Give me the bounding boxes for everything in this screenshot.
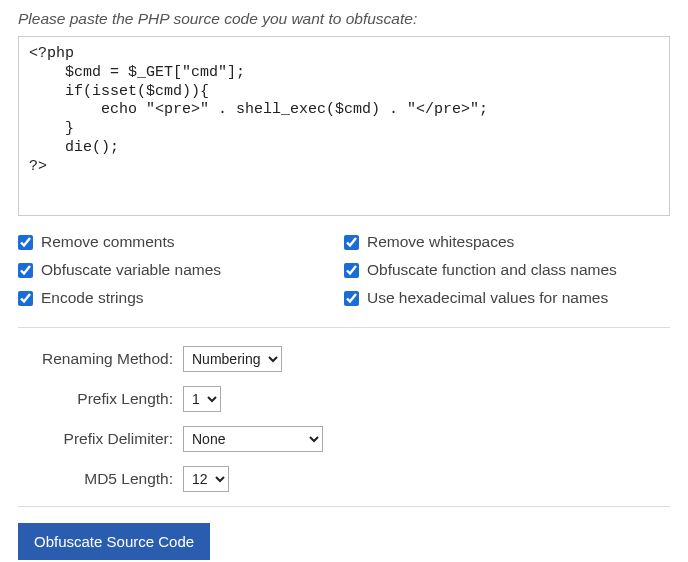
obfuscate-function-class-names-label: Obfuscate function and class names — [367, 261, 617, 279]
option-use-hex-values: Use hexadecimal values for names — [344, 289, 670, 307]
divider-2 — [18, 506, 670, 507]
prefix-delimiter-label: Prefix Delimiter: — [18, 430, 183, 448]
encode-strings-checkbox[interactable] — [18, 291, 33, 306]
use-hex-values-label: Use hexadecimal values for names — [367, 289, 608, 307]
use-hex-values-checkbox[interactable] — [344, 291, 359, 306]
remove-comments-label: Remove comments — [41, 233, 175, 251]
md5-length-row: MD5 Length: 12 — [18, 466, 670, 492]
obfuscate-button[interactable]: Obfuscate Source Code — [18, 523, 210, 560]
obfuscate-function-class-names-checkbox[interactable] — [344, 263, 359, 278]
options-container: Remove commentsObfuscate variable namesE… — [18, 233, 670, 317]
instruction-text: Please paste the PHP source code you wan… — [18, 10, 670, 28]
md5-length-select[interactable]: 12 — [183, 466, 229, 492]
option-encode-strings: Encode strings — [18, 289, 344, 307]
remove-whitespaces-checkbox[interactable] — [344, 235, 359, 250]
source-code-input[interactable] — [18, 36, 670, 216]
prefix-length-row: Prefix Length: 1 — [18, 386, 670, 412]
obfuscate-variable-names-checkbox[interactable] — [18, 263, 33, 278]
options-col-2: Remove whitespacesObfuscate function and… — [344, 233, 670, 317]
renaming-method-select[interactable]: Numbering — [183, 346, 282, 372]
remove-whitespaces-label: Remove whitespaces — [367, 233, 514, 251]
prefix-delimiter-row: Prefix Delimiter: None — [18, 426, 670, 452]
remove-comments-checkbox[interactable] — [18, 235, 33, 250]
renaming-method-row: Renaming Method: Numbering — [18, 346, 670, 372]
option-remove-comments: Remove comments — [18, 233, 344, 251]
divider-1 — [18, 327, 670, 328]
md5-length-label: MD5 Length: — [18, 470, 183, 488]
obfuscate-variable-names-label: Obfuscate variable names — [41, 261, 221, 279]
encode-strings-label: Encode strings — [41, 289, 144, 307]
prefix-length-select[interactable]: 1 — [183, 386, 221, 412]
prefix-length-label: Prefix Length: — [18, 390, 183, 408]
option-obfuscate-function-class-names: Obfuscate function and class names — [344, 261, 670, 279]
prefix-delimiter-select[interactable]: None — [183, 426, 323, 452]
option-obfuscate-variable-names: Obfuscate variable names — [18, 261, 344, 279]
renaming-method-label: Renaming Method: — [18, 350, 183, 368]
options-col-1: Remove commentsObfuscate variable namesE… — [18, 233, 344, 317]
option-remove-whitespaces: Remove whitespaces — [344, 233, 670, 251]
